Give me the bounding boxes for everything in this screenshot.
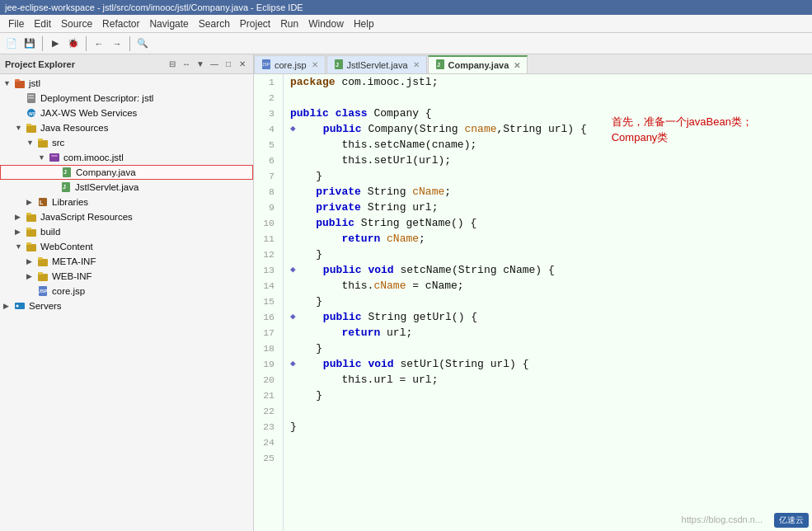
tab-icon-Company-java: J <box>435 59 445 71</box>
menu-item-search[interactable]: Search <box>194 16 235 31</box>
tree-icon-JstlServlet.java: J <box>59 181 73 194</box>
tab-label-JstlServlet-java: JstlServlet.java <box>347 60 408 70</box>
explorer-link-editor[interactable]: ↔ <box>181 59 192 70</box>
menu-item-project[interactable]: Project <box>235 16 275 31</box>
line-num-16: 16 <box>257 309 278 325</box>
token-kw2: public <box>323 262 362 278</box>
token-normal: } <box>290 341 322 356</box>
menu-item-help[interactable]: Help <box>349 16 379 31</box>
token-var: cName <box>387 231 419 247</box>
code-content[interactable]: package com.imooc.jstl;public class Comp… <box>284 74 812 531</box>
tree-item-js-resources[interactable]: ▶JavaScript Resources <box>0 209 253 224</box>
tab-close-JstlServlet-java[interactable]: ✕ <box>413 60 420 69</box>
tree-item-Company.java[interactable]: JCompany.java <box>0 165 253 180</box>
line-num-14: 14 <box>257 278 278 294</box>
tab-icon-JstlServlet-java: J <box>334 59 344 71</box>
toolbar-debug[interactable]: 🐞 <box>65 35 82 52</box>
token-normal <box>380 231 387 247</box>
title-text: jee-eclipse-workspace - jstl/src/com/imo… <box>5 2 303 12</box>
title-bar: jee-eclipse-workspace - jstl/src/com/imo… <box>0 0 812 15</box>
line-num-15: 15 <box>257 294 278 309</box>
tree-icon-meta-inf <box>36 255 49 268</box>
menu-item-source[interactable]: Source <box>56 16 97 31</box>
explorer-menu[interactable]: ▼ <box>195 59 206 70</box>
tree-arrow-build: ▶ <box>15 228 25 236</box>
token-kw2: public <box>323 121 362 137</box>
explorer-collapse-all[interactable]: ⊟ <box>167 59 178 70</box>
code-line-16: ◆ public String getUrl() { <box>290 309 805 325</box>
token-normal: com.imooc.jstl; <box>336 74 439 90</box>
toolbar-back[interactable]: ← <box>91 35 107 52</box>
line-num-5: 5 <box>257 137 278 153</box>
explorer-maximize[interactable]: □ <box>223 59 234 70</box>
svg-rect-24 <box>26 242 31 245</box>
token-normal: } <box>290 419 297 435</box>
tab-icon-core-jsp: JSP <box>261 59 271 71</box>
tree-item-jaxws[interactable]: WSJAX-WS Web Services <box>0 106 253 120</box>
tree-item-jstl[interactable]: ▼jstl <box>0 76 253 91</box>
toolbar-fwd[interactable]: → <box>109 35 125 52</box>
menu-item-edit[interactable]: Edit <box>29 16 56 31</box>
editor-area: JSPcore.jsp✕JJstlServlet.java✕JCompany.j… <box>254 54 812 531</box>
tab-label-Company-java: Company.java <box>448 60 509 70</box>
tree-item-java-resources[interactable]: ▼Java Resources <box>0 120 253 135</box>
tree-icon-Company.java: J <box>60 166 73 179</box>
explorer-minimize[interactable]: — <box>209 59 220 70</box>
code-line-22 <box>290 403 805 419</box>
code-line-13: ◆ public void setcName(String cName) { <box>290 262 805 278</box>
line-num-24: 24 <box>257 435 278 450</box>
tree-label-core.jsp: core.jsp <box>52 286 85 296</box>
tree-item-servers[interactable]: ▶Servers <box>0 298 253 313</box>
tree-icon-web-inf <box>36 270 49 283</box>
tree-item-src[interactable]: ▼src <box>0 135 253 150</box>
svg-text:JSP: JSP <box>262 62 270 67</box>
tab-Company-java[interactable]: JCompany.java✕ <box>428 55 528 73</box>
explorer-header: Project Explorer ⊟ ↔ ▼ — □ ✕ <box>0 54 253 74</box>
tree-arrow-js-resources: ▶ <box>15 213 25 221</box>
explorer-close[interactable]: ✕ <box>237 59 248 70</box>
tree-item-dd[interactable]: Deployment Descriptor: jstl <box>0 91 253 106</box>
tab-JstlServlet-java[interactable]: JJstlServlet.java✕ <box>326 55 427 73</box>
token-normal <box>362 262 368 278</box>
token-normal <box>298 356 323 372</box>
menu-item-navigate[interactable]: Navigate <box>144 16 193 31</box>
code-editor[interactable]: 1234567891011121314151617181920212223242… <box>254 74 812 531</box>
token-normal <box>298 121 323 137</box>
tree-item-web-inf[interactable]: ▶WEB-INF <box>0 269 253 284</box>
toolbar: 📄 💾 ▶ 🐞 ← → 🔍 <box>0 33 812 54</box>
toolbar-save[interactable]: 💾 <box>21 35 38 52</box>
toolbar-search[interactable]: 🔍 <box>134 35 151 52</box>
svg-rect-0 <box>15 81 25 88</box>
tree-label-web-inf: WEB-INF <box>52 271 92 281</box>
svg-point-32 <box>16 305 19 308</box>
tree-item-com.imooc.jstl[interactable]: ▼com.imooc.jstl <box>0 150 253 165</box>
code-line-21: } <box>290 388 805 403</box>
tree-item-libraries[interactable]: ▶LLibraries <box>0 195 253 209</box>
menu-item-refactor[interactable]: Refactor <box>97 16 144 31</box>
token-normal <box>290 325 341 341</box>
toolbar-run[interactable]: ▶ <box>47 35 63 52</box>
token-normal: this.setcName(cname); <box>290 137 476 153</box>
tree-item-webcontent[interactable]: ▼WebContent <box>0 239 253 254</box>
menu-item-file[interactable]: File <box>3 16 29 31</box>
menu-item-run[interactable]: Run <box>275 16 303 31</box>
tab-close-Company-java[interactable]: ✕ <box>514 61 520 70</box>
code-line-4: ◆ public Company(String cname,String url… <box>290 121 805 137</box>
svg-text:J: J <box>63 184 66 190</box>
tree-item-meta-inf[interactable]: ▶META-INF <box>0 254 253 269</box>
tree-icon-java-resources <box>25 121 38 134</box>
tree-icon-webcontent <box>25 240 38 253</box>
tree-item-build[interactable]: ▶build <box>0 224 253 239</box>
svg-rect-11 <box>49 153 59 162</box>
toolbar-new[interactable]: 📄 <box>3 35 20 52</box>
tab-core-jsp[interactable]: JSPcore.jsp✕ <box>254 55 326 73</box>
tab-close-core-jsp[interactable]: ✕ <box>312 60 318 69</box>
menu-item-window[interactable]: Window <box>303 16 349 31</box>
line-num-25: 25 <box>257 450 278 466</box>
line-arrow-16: ◆ <box>290 309 296 325</box>
tree-item-core.jsp[interactable]: JSPcore.jsp <box>0 284 253 298</box>
line-num-19: 19 <box>257 356 278 372</box>
token-normal: = cName; <box>406 278 463 294</box>
token-kw2: class <box>336 106 368 121</box>
tree-item-JstlServlet.java[interactable]: JJstlServlet.java <box>0 180 253 195</box>
